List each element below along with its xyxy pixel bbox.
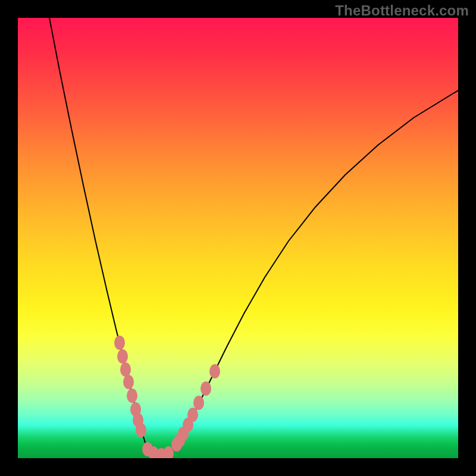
marker-left-arm: [123, 375, 134, 389]
watermark-text: TheBottleneck.com: [335, 2, 469, 19]
marker-right-arm: [193, 396, 204, 410]
marker-left-arm: [117, 349, 128, 364]
chart-canvas: TheBottleneck.com: [0, 0, 476, 476]
marker-right-arm: [201, 381, 211, 396]
plot-area: [18, 18, 458, 458]
marker-right-arm: [187, 408, 198, 422]
marker-right-arm: [209, 364, 220, 378]
marker-left-arm: [136, 423, 146, 437]
marker-layer: [18, 18, 458, 458]
marker-left-arm: [114, 336, 125, 350]
marker-left-arm: [127, 389, 137, 403]
